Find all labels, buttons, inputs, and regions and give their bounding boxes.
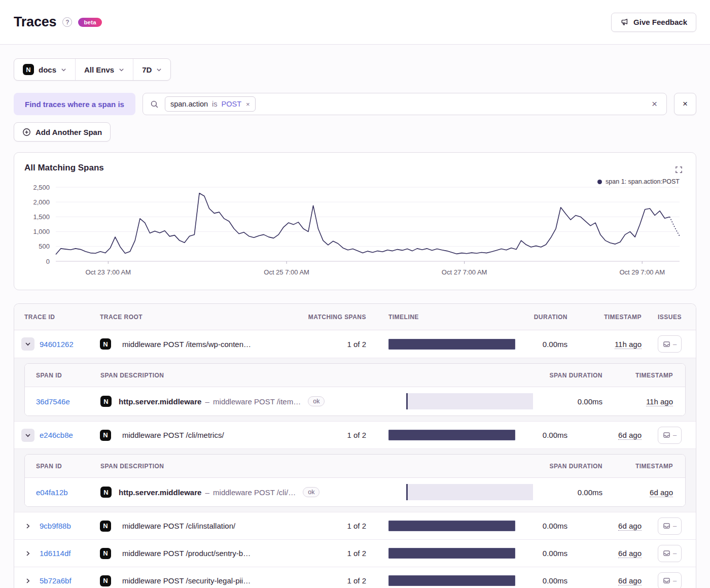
date-range-filter[interactable]: 7D <box>133 59 170 80</box>
svg-text:2,500: 2,500 <box>33 184 50 191</box>
svg-text:Oct 25 7:00 AM: Oct 25 7:00 AM <box>264 268 309 276</box>
inbox-icon <box>663 577 670 584</box>
timeline-bar[interactable] <box>388 430 515 440</box>
expand-chevron[interactable] <box>21 547 34 560</box>
trace-row[interactable]: 5b72a6bf N middleware POST /security-leg… <box>14 567 696 588</box>
help-icon[interactable]: ? <box>62 17 72 27</box>
timeline-bar[interactable] <box>388 339 515 350</box>
inbox-icon <box>663 549 670 557</box>
nextjs-icon: N <box>100 487 112 498</box>
search-token[interactable]: span.action is POST × <box>165 96 256 112</box>
traces-table-body: 94601262 N middleware POST /items/wp-con… <box>14 330 696 588</box>
search-icon <box>150 100 159 109</box>
trace-root-label: middleware POST /items/wp-conten… <box>122 340 251 349</box>
matching-spans-count: 1 of 2 <box>307 522 375 530</box>
timestamp-value[interactable]: 6d ago <box>618 576 642 585</box>
separator-dash: – <box>205 488 209 497</box>
span-status-badge: ok <box>303 487 320 497</box>
span-timeline-bar[interactable] <box>406 393 533 409</box>
token-remove-icon[interactable]: × <box>246 100 250 108</box>
span-row[interactable]: 36d7546e N http.server.middleware – midd… <box>25 387 685 416</box>
trace-id-link[interactable]: 1d6114df <box>40 549 70 558</box>
timeline-bar[interactable] <box>388 521 515 531</box>
issues-button[interactable]: – <box>658 427 682 444</box>
span-description: middleware POST /item… <box>213 397 301 406</box>
date-range-filter-label: 7D <box>142 65 152 74</box>
col-span-description: SPAN DESCRIPTION <box>88 372 406 379</box>
issues-button[interactable]: – <box>658 545 682 562</box>
legend-dot <box>597 180 602 184</box>
span-table-header: SPAN ID SPAN DESCRIPTION SPAN DURATION T… <box>25 364 685 387</box>
trace-id-link[interactable]: 9cb9f88b <box>40 522 71 530</box>
timeline-bar[interactable] <box>388 575 515 586</box>
nextjs-icon: N <box>100 575 111 586</box>
expand-chevron[interactable] <box>21 429 34 442</box>
nextjs-icon: N <box>100 521 111 532</box>
issues-button[interactable]: – <box>658 572 682 588</box>
span-timeline-bar[interactable] <box>406 484 533 500</box>
megaphone-icon <box>620 18 629 26</box>
timestamp-value[interactable]: 6d ago <box>618 431 642 440</box>
span-row[interactable]: e04fa12b N http.server.middleware – midd… <box>25 478 685 506</box>
trace-row[interactable]: 94601262 N middleware POST /items/wp-con… <box>14 330 696 358</box>
expand-chevron[interactable] <box>21 520 34 533</box>
chevron-down-icon <box>156 67 162 73</box>
legend-label: span 1: span.action:POST <box>606 178 680 185</box>
svg-text:500: 500 <box>39 243 50 250</box>
col-timestamp: TIMESTAMP <box>576 314 653 321</box>
timestamp-value[interactable]: 6d ago <box>618 522 642 531</box>
col-duration: DURATION <box>520 314 576 321</box>
timestamp-value[interactable]: 11h ago <box>615 340 642 349</box>
svg-text:Oct 29 7:00 AM: Oct 29 7:00 AM <box>619 268 665 276</box>
span-id-link[interactable]: 36d7546e <box>36 397 70 406</box>
trace-id-link[interactable]: 94601262 <box>40 340 74 349</box>
beta-badge: beta <box>78 18 101 27</box>
trace-row[interactable]: 9cb9f88b N middleware POST /cli/installa… <box>14 512 696 539</box>
svg-text:1,500: 1,500 <box>33 213 50 221</box>
chart-legend[interactable]: span 1: span.action:POST <box>597 178 680 185</box>
matching-spans-count: 1 of 2 <box>307 549 375 558</box>
span-query-row: Find traces where a span is span.action … <box>14 93 696 115</box>
search-clear-icon[interactable]: × <box>650 98 659 110</box>
expand-chevron[interactable] <box>21 574 34 587</box>
environment-filter[interactable]: All Envs <box>75 59 133 80</box>
add-another-span-button[interactable]: Add Another Span <box>14 122 111 142</box>
trace-root-label: middleware POST /cli/installation/ <box>122 522 235 530</box>
issues-button[interactable]: – <box>658 335 682 353</box>
nextjs-icon: N <box>100 548 111 559</box>
trace-row[interactable]: 1d6114df N middleware POST /product/sent… <box>14 539 696 567</box>
search-input[interactable] <box>262 93 644 115</box>
project-filter[interactable]: N docs <box>14 59 75 80</box>
nextjs-icon: N <box>23 64 34 75</box>
svg-text:1,000: 1,000 <box>33 228 50 235</box>
issues-button[interactable]: – <box>658 517 682 535</box>
span-timestamp-value[interactable]: 11h ago <box>646 397 673 406</box>
span-operation: http.server.middleware <box>119 488 201 497</box>
col-trace-id: TRACE ID <box>14 314 90 321</box>
trace-root-label: middleware POST /product/sentry-b… <box>122 549 251 558</box>
nextjs-icon: N <box>100 396 112 407</box>
fullscreen-expand-icon[interactable] <box>675 166 683 174</box>
give-feedback-button[interactable]: Give Feedback <box>611 13 696 32</box>
circle-plus-icon <box>22 128 31 136</box>
matching-spans-count: 1 of 2 <box>307 340 375 349</box>
chart-title: All Matching Spans <box>24 163 686 173</box>
page-title: Traces <box>14 14 56 30</box>
trace-id-link[interactable]: 5b72a6bf <box>40 576 72 585</box>
timeline-bar[interactable] <box>388 548 515 559</box>
remove-span-filter-button[interactable]: × <box>674 93 696 115</box>
span-id-link[interactable]: e04fa12b <box>36 488 68 497</box>
add-another-span-label: Add Another Span <box>36 128 102 136</box>
trace-row[interactable]: e246cb8e N middleware POST /cli/metrics/… <box>14 421 696 448</box>
expand-chevron[interactable] <box>21 337 34 351</box>
col-span-description: SPAN DESCRIPTION <box>88 463 406 470</box>
timestamp-value[interactable]: 6d ago <box>618 549 642 558</box>
trace-id-link[interactable]: e246cb8e <box>40 431 73 439</box>
svg-text:2,000: 2,000 <box>33 198 50 206</box>
span-timestamp-value[interactable]: 6d ago <box>650 488 673 497</box>
span-operation: http.server.middleware <box>119 397 201 406</box>
expanded-spans-section: SPAN ID SPAN DESCRIPTION SPAN DURATION T… <box>14 448 696 512</box>
span-search-bar[interactable]: span.action is POST × × <box>143 93 667 115</box>
issues-count-placeholder: – <box>673 577 677 584</box>
spans-chart-panel: All Matching Spans span 1: span.action:P… <box>14 152 696 290</box>
